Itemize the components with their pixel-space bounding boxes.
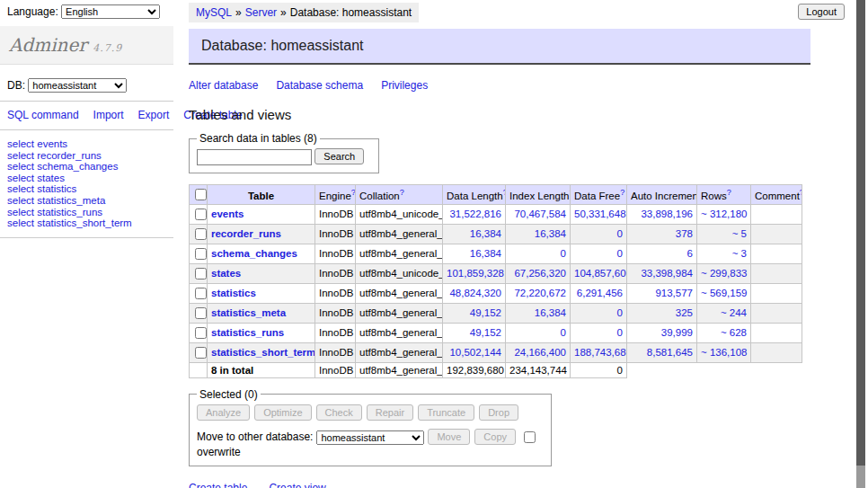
- auto-increment-link[interactable]: 8,581,645: [647, 347, 693, 358]
- index-length-link[interactable]: 67,256,320: [514, 268, 566, 279]
- privileges-link[interactable]: Privileges: [381, 79, 428, 92]
- language-select[interactable]: English: [61, 4, 160, 19]
- auto-increment-link[interactable]: 325: [676, 307, 693, 318]
- row-checkbox[interactable]: [195, 209, 207, 220]
- table-name-link[interactable]: recorder_runs: [211, 228, 281, 239]
- row-checkbox[interactable]: [195, 327, 207, 339]
- db-select[interactable]: homeassistant: [28, 78, 127, 93]
- export-link[interactable]: Export: [138, 109, 170, 121]
- table-name-link[interactable]: statistics_meta: [211, 307, 286, 318]
- row-checkbox[interactable]: [195, 248, 207, 260]
- sidebar-select-link[interactable]: select recorder_runs: [7, 150, 102, 161]
- index-length-link[interactable]: 0: [561, 327, 566, 338]
- index-length-link[interactable]: 24,166,400: [514, 347, 566, 358]
- index-length-link[interactable]: 70,467,584: [514, 209, 566, 219]
- sidebar-select-link[interactable]: select statistics_runs: [7, 207, 102, 217]
- auto-increment-link[interactable]: 6: [687, 248, 693, 259]
- rows-count-link[interactable]: ~ 312,180: [701, 209, 747, 219]
- table-name-link[interactable]: schema_changes: [211, 248, 297, 259]
- selected-action-button[interactable]: Optimize: [254, 404, 311, 421]
- search-input[interactable]: [197, 149, 312, 165]
- database-schema-link[interactable]: Database schema: [276, 79, 363, 92]
- data-length-link[interactable]: 31,522,816: [449, 209, 501, 219]
- rows-count-link[interactable]: ~ 3: [732, 248, 747, 259]
- data-free-link[interactable]: 188,743,680: [574, 347, 627, 358]
- data-length-link[interactable]: 48,824,320: [449, 288, 501, 298]
- sidebar-select-link[interactable]: select statistics_meta: [7, 195, 105, 206]
- create-table-bottom-link[interactable]: Create table: [189, 482, 247, 488]
- data-free-link[interactable]: 6,291,456: [577, 288, 623, 298]
- column-header: Auto Increment?: [627, 184, 697, 204]
- sidebar-divider: [0, 101, 173, 102]
- overwrite-checkbox[interactable]: [524, 431, 536, 443]
- rows-count-link[interactable]: ~ 299,833: [701, 268, 747, 279]
- data-length-link[interactable]: 10,502,144: [449, 347, 501, 358]
- table-name-link[interactable]: statistics_runs: [211, 327, 284, 338]
- copy-button[interactable]: Copy: [474, 429, 516, 445]
- index-length-link[interactable]: 16,384: [535, 228, 566, 239]
- table-name-link[interactable]: events: [211, 209, 244, 219]
- import-link[interactable]: Import: [93, 109, 124, 121]
- sidebar-select-link[interactable]: select schema_changes: [7, 161, 118, 172]
- data-free-link[interactable]: 50,331,648: [574, 209, 626, 219]
- index-length-link[interactable]: 0: [561, 248, 566, 259]
- auto-increment-link[interactable]: 33,898,196: [641, 209, 693, 219]
- column-help-link[interactable]: ?: [800, 188, 802, 197]
- sidebar-select-link[interactable]: select statistics: [7, 183, 76, 194]
- scrollbar[interactable]: [856, 0, 865, 488]
- auto-increment-link[interactable]: 378: [676, 228, 693, 239]
- data-length-link[interactable]: 49,152: [470, 327, 501, 338]
- collation-cell: utf8mb4_general_ci: [356, 323, 443, 342]
- data-length-link[interactable]: 16,384: [470, 248, 501, 259]
- selected-action-button[interactable]: Analyze: [197, 404, 250, 421]
- column-help-link[interactable]: ?: [351, 188, 356, 197]
- sidebar-select-link[interactable]: select states: [7, 173, 65, 183]
- column-help-link[interactable]: ?: [620, 188, 624, 197]
- auto-increment-link[interactable]: 39,999: [661, 327, 693, 338]
- index-length-link[interactable]: 72,220,672: [514, 288, 566, 298]
- rows-count-link[interactable]: ~ 136,108: [701, 347, 747, 358]
- table-name-link[interactable]: statistics_short_term: [211, 347, 315, 358]
- row-checkbox[interactable]: [195, 307, 207, 319]
- row-checkbox[interactable]: [195, 268, 207, 279]
- move-button[interactable]: Move: [428, 429, 470, 445]
- auto-increment-link[interactable]: 33,398,984: [641, 268, 693, 279]
- column-help-link[interactable]: ?: [400, 188, 404, 197]
- create-view-link[interactable]: Create view: [269, 482, 325, 488]
- data-length-link[interactable]: 101,859,328: [447, 268, 504, 279]
- selected-action-button[interactable]: Repair: [367, 404, 413, 421]
- auto-increment-link[interactable]: 913,577: [655, 288, 693, 298]
- column-help-link[interactable]: ?: [727, 188, 731, 197]
- table-name-link[interactable]: statistics: [211, 288, 256, 298]
- selected-action-button[interactable]: Truncate: [418, 404, 474, 421]
- rows-count-link[interactable]: ~ 569,159: [701, 288, 747, 298]
- rows-count-link[interactable]: ~ 244: [721, 307, 747, 318]
- breadcrumb-mysql-link[interactable]: MySQL: [196, 6, 232, 19]
- row-checkbox[interactable]: [195, 347, 207, 359]
- data-length-link[interactable]: 49,152: [470, 307, 501, 318]
- scrollbar-thumb[interactable]: [856, 0, 865, 466]
- data-length-link[interactable]: 16,384: [470, 228, 501, 239]
- row-checkbox[interactable]: [195, 228, 207, 240]
- sidebar-select-link[interactable]: select events: [7, 138, 67, 149]
- row-checkbox[interactable]: [195, 288, 207, 299]
- data-free-link[interactable]: 0: [617, 307, 623, 318]
- data-free-link[interactable]: 0: [617, 248, 623, 259]
- alter-database-link[interactable]: Alter database: [189, 79, 258, 92]
- rows-count-link[interactable]: ~ 5: [732, 228, 747, 239]
- selected-action-button[interactable]: Check: [316, 404, 362, 421]
- sidebar-select-link[interactable]: select statistics_short_term: [7, 217, 132, 228]
- search-button[interactable]: Search: [314, 148, 364, 164]
- selected-action-button[interactable]: Drop: [479, 404, 518, 421]
- table-name-link[interactable]: states: [211, 268, 241, 279]
- index-length-link[interactable]: 16,384: [535, 307, 566, 318]
- rows-count-link[interactable]: ~ 628: [721, 327, 747, 338]
- data-free-link[interactable]: 104,857,600: [574, 268, 627, 279]
- select-all-checkbox[interactable]: [195, 189, 207, 200]
- data-free-link[interactable]: 0: [617, 228, 623, 239]
- sql-command-link[interactable]: SQL command: [7, 109, 79, 121]
- move-db-select[interactable]: homeassistant: [316, 430, 424, 445]
- data-free-link[interactable]: 0: [617, 327, 623, 338]
- overwrite-label[interactable]: overwrite: [197, 446, 241, 458]
- breadcrumb-server-link[interactable]: Server: [245, 6, 277, 19]
